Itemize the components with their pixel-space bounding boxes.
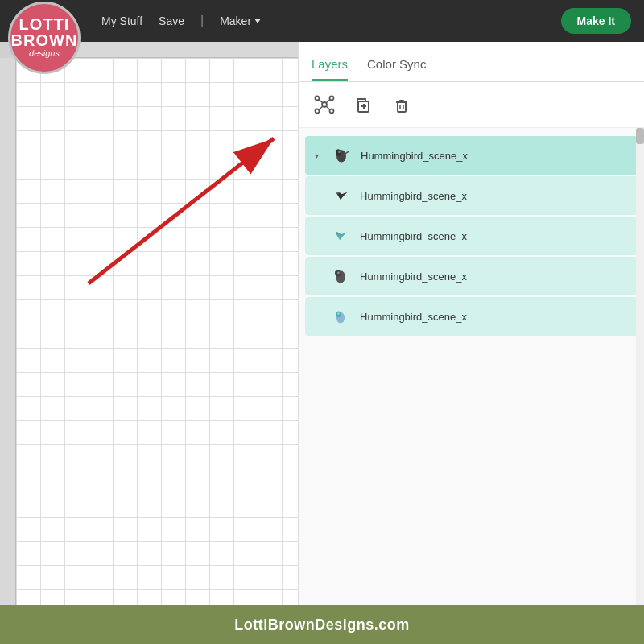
svg-rect-14 — [398, 102, 406, 112]
svg-line-9 — [319, 106, 323, 110]
svg-point-22 — [336, 232, 338, 234]
layer-item-icon-1 — [329, 184, 352, 207]
layer-item[interactable]: Hummingbird_scene_x — [305, 176, 638, 215]
nav-save[interactable]: Save — [159, 14, 184, 27]
svg-point-28 — [337, 312, 340, 315]
logo-text-designs: designs — [29, 48, 60, 59]
nav-maker[interactable]: Maker — [220, 14, 261, 27]
canvas-area: 50 — [0, 42, 298, 605]
layer-group-label: Hummingbird_scene_x — [361, 150, 468, 162]
layer-group-icon — [330, 144, 353, 167]
header: LOTTI BROWN designs My Stuff Save | Make… — [0, 0, 644, 42]
layer-item[interactable]: Hummingbird_scene_x — [305, 257, 638, 295]
right-panel: Layers Color Sync — [298, 42, 644, 605]
layer-item-icon-3 — [329, 265, 352, 287]
duplicate-icon[interactable] — [350, 92, 376, 118]
tab-color-sync[interactable]: Color Sync — [367, 57, 426, 81]
layer-group-item[interactable]: ▾ Hummingbird_scene_x — [305, 136, 638, 175]
layer-item[interactable]: Hummingbird_scene_x — [305, 217, 638, 255]
layer-item-icon-2 — [329, 225, 352, 247]
header-nav: My Stuff Save | Maker — [101, 14, 261, 28]
svg-line-10 — [326, 106, 330, 110]
logo: LOTTI BROWN designs — [8, 2, 80, 74]
layer-item-label-4: Hummingbird_scene_x — [360, 311, 467, 323]
svg-point-25 — [337, 271, 340, 274]
nav-divider: | — [200, 14, 204, 28]
scrollbar-track[interactable] — [636, 128, 644, 605]
scrollbar-thumb[interactable] — [636, 128, 644, 144]
logo-text-brown: BROWN — [11, 32, 78, 48]
footer: LottiBrownDesigns.com — [0, 605, 644, 644]
layer-item[interactable]: Hummingbird_scene_x — [305, 297, 638, 336]
svg-point-21 — [336, 192, 339, 194]
layer-item-label-3: Hummingbird_scene_x — [360, 270, 467, 283]
layers-list: ▾ Hummingbird_scene_x — [299, 128, 644, 605]
main-content: 50 Layers Color Sync — [0, 42, 644, 605]
svg-point-20 — [338, 151, 341, 153]
svg-line-8 — [326, 100, 330, 104]
footer-text: LottiBrownDesigns.com — [234, 617, 410, 634]
panel-tabs: Layers Color Sync — [299, 42, 644, 82]
expand-arrow-icon: ▾ — [315, 151, 319, 160]
layer-item-label-2: Hummingbird_scene_x — [360, 230, 467, 242]
delete-icon[interactable] — [389, 92, 415, 118]
chevron-down-icon — [254, 19, 261, 23]
svg-point-4 — [330, 97, 334, 101]
layer-item-icon-4 — [329, 305, 352, 328]
svg-point-3 — [316, 97, 320, 101]
svg-line-7 — [319, 100, 323, 104]
svg-point-5 — [316, 109, 320, 114]
panel-toolbar — [299, 82, 644, 128]
nav-my-stuff[interactable]: My Stuff — [101, 14, 142, 27]
layer-item-label-1: Hummingbird_scene_x — [360, 190, 467, 202]
tab-layers[interactable]: Layers — [312, 57, 348, 81]
group-icon[interactable] — [312, 92, 337, 118]
svg-point-6 — [330, 109, 334, 114]
ruler-left — [0, 58, 16, 605]
logo-text-lotti: LOTTI — [19, 16, 70, 32]
make-it-button[interactable]: Make It — [561, 8, 631, 34]
canvas-grid — [16, 58, 298, 605]
